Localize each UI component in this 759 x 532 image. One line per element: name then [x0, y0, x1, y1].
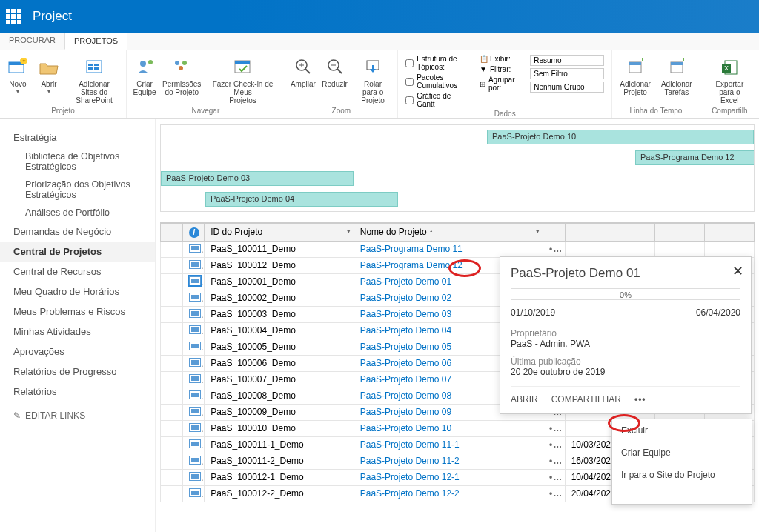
close-icon[interactable]: ✕	[732, 263, 743, 279]
project-permissions-button[interactable]: Permissões do Projeto	[162, 53, 201, 106]
cell-project-id: PaaS_100006_Demo	[205, 355, 354, 371]
add-project-button[interactable]: +Adicionar Projeto	[617, 53, 654, 98]
outline-checkbox[interactable]	[405, 59, 414, 67]
ctx-delete[interactable]: Excluir	[612, 419, 752, 442]
tab-browse[interactable]: PROCURAR	[0, 33, 64, 50]
ribbon-group-share: Compartilh	[705, 107, 755, 115]
gantt-bar[interactable]: PaaS-Projeto Demo 10	[487, 130, 754, 144]
svg-line-17	[305, 69, 310, 73]
ribbon-group-project: Projeto	[4, 107, 122, 115]
nav-objectives-library[interactable]: Biblioteca de Objetivos Estratégicos	[0, 147, 155, 176]
col-project-name[interactable]: Nome do Projeto ↑▾	[354, 224, 543, 242]
svg-line-21	[337, 69, 342, 73]
nav-strategy[interactable]: Estratégia	[0, 127, 155, 147]
svg-rect-6	[94, 64, 99, 66]
row-menu-button[interactable]: •••	[543, 436, 566, 453]
new-button[interactable]: ✦Novo▾	[4, 53, 31, 106]
start-date: 01/10/2019	[511, 307, 555, 318]
app-launcher-icon[interactable]	[6, 9, 21, 24]
row-menu-button[interactable]: •••	[543, 485, 566, 502]
row-menu-button[interactable]: •••	[543, 241, 566, 257]
nav-project-center[interactable]: Central de Projetos	[0, 242, 155, 262]
open-button[interactable]: Abrir▾	[36, 53, 62, 106]
gantt-bar[interactable]: PaaS-Projeto Demo 03	[161, 171, 354, 186]
nav-prioritization[interactable]: Priorização dos Objetivos Estratégicos	[0, 176, 155, 204]
svg-text:+: +	[681, 58, 686, 64]
gantt-bar[interactable]: PaaS-Projeto Demo 04	[205, 192, 398, 207]
cell-project-name[interactable]: PaaS-Projeto Demo 11-1	[354, 436, 543, 453]
cell-project-name[interactable]: PaaS-Projeto Demo 12-1	[354, 469, 543, 485]
zoom-out-button[interactable]: Reduzir	[321, 53, 348, 106]
nav-timesheet[interactable]: Meu Quadro de Horários	[0, 282, 155, 302]
owner-value: PaaS - Admin. PWA	[511, 339, 740, 349]
nav-issues-risks[interactable]: Meus Problemas e Riscos	[0, 302, 155, 322]
nav-activities[interactable]: Minhas Atividades	[0, 322, 155, 342]
col-menu[interactable]	[543, 224, 566, 242]
row-type-icon	[189, 488, 201, 497]
svg-point-11	[175, 61, 179, 65]
detail-share-button[interactable]: COMPARTILHAR	[551, 394, 621, 405]
col-info[interactable]: i	[182, 224, 205, 242]
cell-project-id: PaaS_100011_Demo	[205, 241, 354, 257]
nav-resource-center[interactable]: Central de Recursos	[0, 262, 155, 282]
row-type-icon	[189, 244, 201, 253]
cell-project-name[interactable]: PaaS-Projeto Demo 12-2	[354, 485, 543, 502]
cell-project-id: PaaS_100012-1_Demo	[205, 469, 354, 485]
svg-text:+: +	[640, 58, 645, 64]
detail-more-button[interactable]: •••	[634, 394, 646, 405]
detail-title: PaaS-Projeto Demo 01	[511, 266, 740, 281]
cell-project-name[interactable]: PaaS-Projeto Demo 11-2	[354, 453, 543, 469]
nav-business-demands[interactable]: Demandas de Negócio	[0, 222, 155, 242]
row-type-icon	[189, 309, 201, 318]
row-type-icon	[189, 407, 201, 416]
row-type-icon	[189, 423, 201, 432]
nav-progress-reports[interactable]: Relatórios de Progresso	[0, 362, 155, 382]
app-header: Project	[0, 0, 759, 33]
col-date1[interactable]	[565, 224, 654, 242]
row-menu-button[interactable]: •••	[543, 453, 566, 469]
row-type-icon	[189, 325, 201, 334]
cell-project-id: PaaS_100009_Demo	[205, 404, 354, 420]
zoom-in-button[interactable]: Ampliar	[290, 53, 316, 106]
svg-text:✦: ✦	[21, 58, 27, 64]
svg-rect-8	[94, 67, 99, 70]
tab-projects[interactable]: PROJETOS	[64, 33, 127, 50]
row-type-icon	[189, 374, 201, 383]
gantt-checkbox[interactable]	[405, 96, 414, 104]
view-dropdown[interactable]: Resumo	[530, 55, 604, 66]
row-menu-button[interactable]: •••	[543, 469, 566, 485]
nav-approvals[interactable]: Aprovações	[0, 342, 155, 362]
nav-portfolio-analysis[interactable]: Análises de Portfólio	[0, 204, 155, 222]
cell-project-name[interactable]: PaaS-Projeto Demo 10	[354, 420, 543, 436]
col-select[interactable]	[161, 224, 183, 242]
scroll-to-project-button[interactable]: Rolar para o Projeto	[353, 53, 393, 106]
cell-project-id: PaaS_100007_Demo	[205, 371, 354, 388]
group-dropdown[interactable]: Nenhum Grupo	[530, 82, 604, 93]
svg-text:X: X	[724, 64, 729, 72]
export-excel-button[interactable]: XExportar para o Excel	[705, 53, 755, 106]
add-tasks-button[interactable]: +Adicionar Tarefas	[658, 53, 695, 98]
cell-project-name[interactable]: PaaS-Programa Demo 11	[354, 241, 543, 257]
gantt-bar[interactable]: PaaS-Programa Demo 12	[635, 150, 755, 165]
add-sharepoint-sites-button[interactable]: Adicionar Sites do SharePoint	[67, 53, 122, 106]
row-menu-button[interactable]: •••	[543, 420, 566, 436]
svg-rect-7	[88, 67, 93, 70]
table-row[interactable]: PaaS_100011_DemoPaaS-Programa Demo 11•••	[161, 241, 755, 257]
edit-links-button[interactable]: ✎EDITAR LINKS	[0, 402, 155, 430]
detail-open-button[interactable]: ABRIR	[511, 394, 538, 405]
rollups-checkbox[interactable]	[405, 78, 414, 86]
row-type-icon	[189, 293, 201, 302]
ctx-go-to-site[interactable]: Ir para o Site do Projeto	[612, 464, 752, 486]
pencil-icon: ✎	[13, 410, 21, 421]
ctx-create-team[interactable]: Criar Equipe	[612, 442, 752, 464]
col-project-id[interactable]: ID do Projeto▾	[205, 224, 354, 242]
create-team-button[interactable]: Criar Equipe	[131, 53, 158, 106]
cell-project-id: PaaS_100008_Demo	[205, 388, 354, 404]
ribbon-tabbar: PROCURAR PROJETOS	[0, 33, 759, 50]
timeline-gantt[interactable]: PaaS-Projeto Demo 10 PaaS-Programa Demo …	[160, 124, 755, 212]
row-type-icon	[189, 439, 201, 448]
checkin-projects-button[interactable]: Fazer Check-in de Meus Projetos	[205, 53, 279, 106]
filter-dropdown[interactable]: Sem Filtro	[530, 68, 604, 79]
nav-reports[interactable]: Relatórios	[0, 382, 155, 402]
ribbon: ✦Novo▾ Abrir▾ Adicionar Sites do SharePo…	[0, 50, 759, 119]
